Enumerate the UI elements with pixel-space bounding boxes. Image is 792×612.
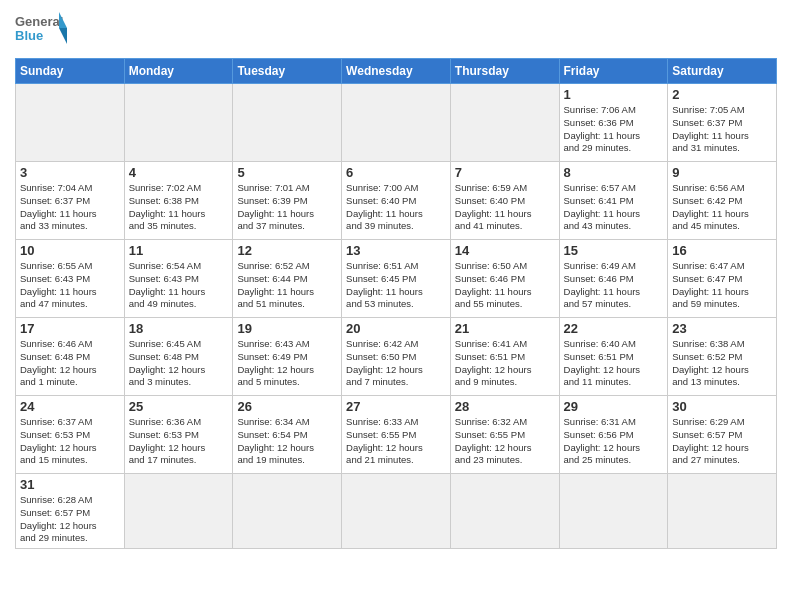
day-info: Sunrise: 7:01 AM Sunset: 6:39 PM Dayligh… [237, 182, 337, 233]
weekday-header-tuesday: Tuesday [233, 59, 342, 84]
day-info: Sunrise: 6:29 AM Sunset: 6:57 PM Dayligh… [672, 416, 772, 467]
day-info: Sunrise: 6:51 AM Sunset: 6:45 PM Dayligh… [346, 260, 446, 311]
calendar-cell: 21Sunrise: 6:41 AM Sunset: 6:51 PM Dayli… [450, 318, 559, 396]
calendar-week-1: 1Sunrise: 7:06 AM Sunset: 6:36 PM Daylig… [16, 84, 777, 162]
day-number: 2 [672, 87, 772, 102]
day-info: Sunrise: 6:34 AM Sunset: 6:54 PM Dayligh… [237, 416, 337, 467]
day-info: Sunrise: 7:06 AM Sunset: 6:36 PM Dayligh… [564, 104, 664, 155]
day-info: Sunrise: 6:55 AM Sunset: 6:43 PM Dayligh… [20, 260, 120, 311]
weekday-header-sunday: Sunday [16, 59, 125, 84]
calendar-cell: 14Sunrise: 6:50 AM Sunset: 6:46 PM Dayli… [450, 240, 559, 318]
day-number: 4 [129, 165, 229, 180]
calendar-cell: 11Sunrise: 6:54 AM Sunset: 6:43 PM Dayli… [124, 240, 233, 318]
day-info: Sunrise: 6:45 AM Sunset: 6:48 PM Dayligh… [129, 338, 229, 389]
calendar-week-6: 31Sunrise: 6:28 AM Sunset: 6:57 PM Dayli… [16, 474, 777, 549]
day-number: 7 [455, 165, 555, 180]
calendar-cell [450, 84, 559, 162]
day-number: 8 [564, 165, 664, 180]
header: General Blue [15, 10, 777, 52]
logo: General Blue [15, 10, 67, 52]
day-number: 21 [455, 321, 555, 336]
calendar-cell [559, 474, 668, 549]
day-number: 10 [20, 243, 120, 258]
day-info: Sunrise: 6:36 AM Sunset: 6:53 PM Dayligh… [129, 416, 229, 467]
calendar-cell: 30Sunrise: 6:29 AM Sunset: 6:57 PM Dayli… [668, 396, 777, 474]
calendar-week-2: 3Sunrise: 7:04 AM Sunset: 6:37 PM Daylig… [16, 162, 777, 240]
calendar-cell: 5Sunrise: 7:01 AM Sunset: 6:39 PM Daylig… [233, 162, 342, 240]
weekday-header-friday: Friday [559, 59, 668, 84]
calendar-cell: 31Sunrise: 6:28 AM Sunset: 6:57 PM Dayli… [16, 474, 125, 549]
day-number: 16 [672, 243, 772, 258]
day-info: Sunrise: 6:54 AM Sunset: 6:43 PM Dayligh… [129, 260, 229, 311]
day-number: 3 [20, 165, 120, 180]
calendar-cell [233, 474, 342, 549]
calendar-cell: 24Sunrise: 6:37 AM Sunset: 6:53 PM Dayli… [16, 396, 125, 474]
calendar-cell [342, 84, 451, 162]
day-number: 30 [672, 399, 772, 414]
day-info: Sunrise: 6:43 AM Sunset: 6:49 PM Dayligh… [237, 338, 337, 389]
svg-text:Blue: Blue [15, 28, 43, 43]
day-number: 18 [129, 321, 229, 336]
calendar-cell: 29Sunrise: 6:31 AM Sunset: 6:56 PM Dayli… [559, 396, 668, 474]
calendar-week-4: 17Sunrise: 6:46 AM Sunset: 6:48 PM Dayli… [16, 318, 777, 396]
day-info: Sunrise: 6:52 AM Sunset: 6:44 PM Dayligh… [237, 260, 337, 311]
day-number: 27 [346, 399, 446, 414]
calendar-cell: 27Sunrise: 6:33 AM Sunset: 6:55 PM Dayli… [342, 396, 451, 474]
day-number: 13 [346, 243, 446, 258]
day-info: Sunrise: 6:31 AM Sunset: 6:56 PM Dayligh… [564, 416, 664, 467]
day-info: Sunrise: 6:42 AM Sunset: 6:50 PM Dayligh… [346, 338, 446, 389]
day-info: Sunrise: 7:05 AM Sunset: 6:37 PM Dayligh… [672, 104, 772, 155]
day-number: 24 [20, 399, 120, 414]
calendar-cell: 17Sunrise: 6:46 AM Sunset: 6:48 PM Dayli… [16, 318, 125, 396]
day-number: 28 [455, 399, 555, 414]
weekday-header-monday: Monday [124, 59, 233, 84]
calendar-cell: 25Sunrise: 6:36 AM Sunset: 6:53 PM Dayli… [124, 396, 233, 474]
day-number: 12 [237, 243, 337, 258]
day-number: 26 [237, 399, 337, 414]
calendar-cell: 15Sunrise: 6:49 AM Sunset: 6:46 PM Dayli… [559, 240, 668, 318]
day-info: Sunrise: 6:38 AM Sunset: 6:52 PM Dayligh… [672, 338, 772, 389]
day-number: 23 [672, 321, 772, 336]
svg-marker-3 [59, 28, 67, 44]
calendar-cell: 2Sunrise: 7:05 AM Sunset: 6:37 PM Daylig… [668, 84, 777, 162]
day-info: Sunrise: 7:04 AM Sunset: 6:37 PM Dayligh… [20, 182, 120, 233]
day-info: Sunrise: 7:00 AM Sunset: 6:40 PM Dayligh… [346, 182, 446, 233]
day-info: Sunrise: 6:56 AM Sunset: 6:42 PM Dayligh… [672, 182, 772, 233]
calendar-cell: 4Sunrise: 7:02 AM Sunset: 6:38 PM Daylig… [124, 162, 233, 240]
calendar-cell [124, 474, 233, 549]
svg-text:General: General [15, 14, 63, 29]
calendar-cell: 12Sunrise: 6:52 AM Sunset: 6:44 PM Dayli… [233, 240, 342, 318]
day-number: 19 [237, 321, 337, 336]
calendar-cell: 13Sunrise: 6:51 AM Sunset: 6:45 PM Dayli… [342, 240, 451, 318]
weekday-header-wednesday: Wednesday [342, 59, 451, 84]
day-info: Sunrise: 6:57 AM Sunset: 6:41 PM Dayligh… [564, 182, 664, 233]
day-info: Sunrise: 6:47 AM Sunset: 6:47 PM Dayligh… [672, 260, 772, 311]
calendar-cell: 7Sunrise: 6:59 AM Sunset: 6:40 PM Daylig… [450, 162, 559, 240]
day-number: 15 [564, 243, 664, 258]
calendar-week-5: 24Sunrise: 6:37 AM Sunset: 6:53 PM Dayli… [16, 396, 777, 474]
calendar-table: SundayMondayTuesdayWednesdayThursdayFrid… [15, 58, 777, 549]
weekday-header-row: SundayMondayTuesdayWednesdayThursdayFrid… [16, 59, 777, 84]
day-number: 29 [564, 399, 664, 414]
calendar-cell [233, 84, 342, 162]
day-number: 6 [346, 165, 446, 180]
calendar-cell: 1Sunrise: 7:06 AM Sunset: 6:36 PM Daylig… [559, 84, 668, 162]
day-number: 5 [237, 165, 337, 180]
calendar-cell: 6Sunrise: 7:00 AM Sunset: 6:40 PM Daylig… [342, 162, 451, 240]
day-info: Sunrise: 6:46 AM Sunset: 6:48 PM Dayligh… [20, 338, 120, 389]
day-info: Sunrise: 6:50 AM Sunset: 6:46 PM Dayligh… [455, 260, 555, 311]
calendar-cell [124, 84, 233, 162]
day-info: Sunrise: 6:40 AM Sunset: 6:51 PM Dayligh… [564, 338, 664, 389]
day-info: Sunrise: 6:41 AM Sunset: 6:51 PM Dayligh… [455, 338, 555, 389]
day-info: Sunrise: 6:33 AM Sunset: 6:55 PM Dayligh… [346, 416, 446, 467]
logo-svg: General Blue [15, 10, 67, 52]
calendar-cell: 19Sunrise: 6:43 AM Sunset: 6:49 PM Dayli… [233, 318, 342, 396]
calendar-cell: 20Sunrise: 6:42 AM Sunset: 6:50 PM Dayli… [342, 318, 451, 396]
day-number: 1 [564, 87, 664, 102]
calendar-cell: 22Sunrise: 6:40 AM Sunset: 6:51 PM Dayli… [559, 318, 668, 396]
day-number: 17 [20, 321, 120, 336]
calendar-cell: 8Sunrise: 6:57 AM Sunset: 6:41 PM Daylig… [559, 162, 668, 240]
day-info: Sunrise: 6:49 AM Sunset: 6:46 PM Dayligh… [564, 260, 664, 311]
calendar-cell [450, 474, 559, 549]
day-info: Sunrise: 6:28 AM Sunset: 6:57 PM Dayligh… [20, 494, 120, 545]
